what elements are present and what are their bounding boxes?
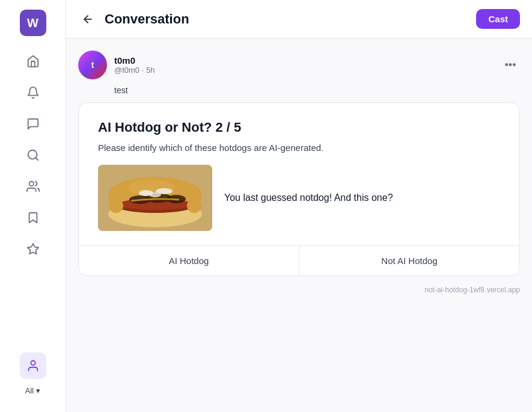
post-text: test: [114, 85, 520, 95]
hotdog-image: [98, 165, 212, 231]
author-handle-text: @t0m0: [114, 66, 139, 75]
sidebar: W: [0, 0, 66, 412]
sidebar-icon-chat[interactable]: [20, 111, 46, 137]
card-subtitle: Please identify which of these hotdogs a…: [98, 143, 500, 153]
sidebar-icon-diamond[interactable]: [20, 236, 46, 262]
sidebar-icon-bell[interactable]: [20, 79, 46, 106]
sidebar-icon-bookmark[interactable]: [20, 204, 46, 231]
author-info: t0m0 @t0m0 · 5h: [114, 55, 494, 75]
cast-button[interactable]: Cast: [476, 9, 520, 29]
all-filter[interactable]: All ▾: [20, 384, 45, 398]
all-filter-label: All: [25, 386, 34, 395]
not-ai-hotdog-button[interactable]: Not AI Hotdog: [299, 246, 519, 275]
svg-point-19: [187, 198, 201, 213]
avatar-inner: t: [78, 51, 107, 79]
svg-marker-3: [27, 244, 38, 254]
svg-point-18: [109, 198, 123, 213]
sidebar-icon-search[interactable]: [20, 142, 46, 168]
card-actions: AI Hotdog Not AI Hotdog: [79, 245, 519, 275]
back-button[interactable]: [78, 10, 97, 29]
svg-point-17: [149, 192, 161, 197]
ai-hotdog-button[interactable]: AI Hotdog: [79, 246, 299, 275]
post-separator: ·: [142, 66, 146, 75]
svg-line-1: [35, 158, 38, 160]
app-logo[interactable]: W: [20, 10, 46, 36]
svg-point-2: [29, 182, 33, 186]
sidebar-bottom: All ▾: [20, 352, 46, 402]
card-title: AI Hotdog or Not? 2 / 5: [98, 120, 500, 135]
author-name: t0m0: [114, 55, 494, 66]
footer-link: not-ai-hotdog-1wf8.vercel.app: [66, 283, 532, 299]
main-content: Conversation Cast t t0m0 @t0m0 · 5h ••• …: [66, 0, 532, 412]
avatar: t: [78, 51, 107, 79]
author-handle: @t0m0 · 5h: [114, 66, 494, 75]
post-author: t t0m0 @t0m0 · 5h •••: [78, 51, 520, 79]
post-section: t t0m0 @t0m0 · 5h ••• test: [66, 38, 532, 102]
card-body: You last guessed notdog! And this one?: [98, 165, 500, 231]
post-time: 5h: [146, 66, 154, 75]
sidebar-icon-people[interactable]: [20, 173, 46, 200]
sidebar-icon-profile[interactable]: [20, 352, 46, 379]
sidebar-icon-home[interactable]: [20, 48, 46, 75]
card-content: AI Hotdog or Not? 2 / 5 Please identify …: [79, 103, 519, 245]
page-title: Conversation: [105, 11, 469, 27]
header: Conversation Cast: [66, 0, 532, 38]
svg-point-4: [31, 361, 35, 365]
more-options-button[interactable]: •••: [501, 55, 520, 75]
card-question: You last guessed notdog! And this one?: [224, 191, 393, 204]
card: AI Hotdog or Not? 2 / 5 Please identify …: [78, 102, 520, 276]
chevron-down-icon: ▾: [36, 386, 40, 395]
